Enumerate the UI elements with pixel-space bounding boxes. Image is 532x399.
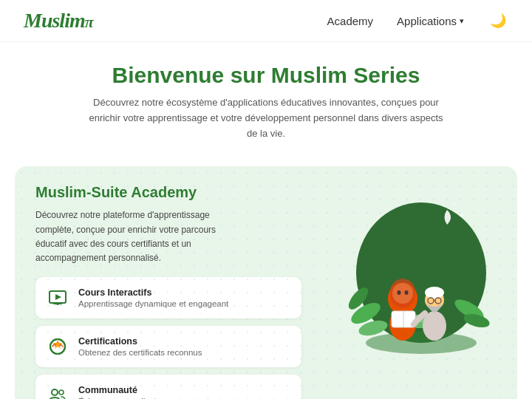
hero-section: Bienvenue sur Muslim Series Découvrez no… [0,42,532,156]
dark-mode-toggle[interactable]: 🌙 [488,10,508,31]
svg-point-23 [405,290,409,295]
nav-applications[interactable]: Applications ▾ [397,15,464,27]
logo: Muslimπ [24,9,93,33]
nav-academy[interactable]: Academy [327,15,374,27]
svg-point-6 [52,389,58,395]
communaute-icon [46,383,69,399]
section-left: Muslim-Suite Academy Découvrez notre pla… [35,184,301,399]
cours-feature-text: Cours Interactifs Apprentissage dynamiqu… [78,287,228,308]
logo-text: Muslimπ [24,9,93,33]
svg-point-10 [454,204,456,206]
academy-section: Muslim-Suite Academy Découvrez notre pla… [15,166,517,399]
feature-card-communaute: Communauté Échangez avec d'autres appren… [35,375,301,399]
nav-links: Academy Applications ▾ 🌙 [327,10,508,31]
certifications-feature-text: Certifications Obtenez des certificats r… [78,336,202,357]
certifications-icon [46,335,69,358]
communaute-feature-text: Communauté Échangez avec d'autres appren… [78,385,214,399]
svg-point-28 [425,287,444,299]
section-description: Découvrez notre plateforme d'apprentissa… [35,208,242,265]
hero-subtitle: Découvrez notre écosystème d'application… [89,95,443,141]
cours-interactifs-icon [46,286,69,310]
navbar: Muslimπ Academy Applications ▾ 🌙 [0,0,532,42]
svg-point-22 [398,290,401,295]
hero-title: Bienvenue sur Muslim Series [44,63,488,88]
svg-point-16 [366,332,477,354]
feature-card-cours: Cours Interactifs Apprentissage dynamiqu… [35,277,301,318]
feature-card-certifications: Certifications Obtenez des certificats r… [35,326,301,367]
section-right [316,184,497,354]
svg-point-9 [460,214,463,216]
svg-marker-3 [55,294,61,300]
section-title: Muslim-Suite Academy [35,184,301,201]
chevron-down-icon: ▾ [460,16,464,26]
illustration [325,184,488,354]
svg-point-7 [59,390,64,395]
